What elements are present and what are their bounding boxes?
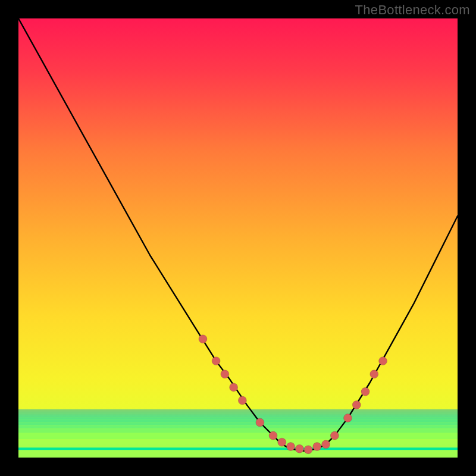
marker-dot — [287, 443, 295, 451]
marker-dot — [361, 387, 369, 396]
svg-rect-26 — [18, 447, 458, 450]
marker-dot — [238, 396, 246, 405]
svg-rect-4 — [18, 433, 458, 439]
marker-dot — [304, 446, 312, 454]
marker-dot — [199, 335, 207, 343]
marker-dot — [269, 431, 277, 440]
svg-rect-12 — [18, 419, 458, 422]
marker-dot — [370, 370, 378, 378]
svg-rect-14 — [18, 417, 458, 419]
svg-rect-2 — [18, 439, 458, 449]
marker-dot — [313, 443, 321, 451]
watermark-text: TheBottleneck.com — [355, 2, 470, 18]
marker-dot — [256, 418, 264, 427]
svg-rect-20 — [18, 412, 458, 414]
marker-dot — [330, 431, 339, 440]
svg-rect-10 — [18, 422, 458, 425]
marker-dot — [221, 370, 229, 378]
svg-rect-22 — [18, 411, 458, 412]
svg-rect-3 — [18, 449, 458, 458]
plot-area — [18, 18, 458, 458]
chart-svg — [18, 18, 458, 458]
svg-rect-8 — [18, 425, 458, 428]
marker-dot — [278, 438, 286, 446]
svg-rect-24 — [18, 409, 458, 411]
marker-dot — [295, 444, 303, 453]
marker-dot — [379, 357, 387, 365]
marker-dot — [352, 400, 361, 409]
marker-dot — [230, 383, 238, 392]
chart-stage: TheBottleneck.com — [0, 0, 476, 476]
marker-dot — [322, 440, 330, 449]
marker-dot — [212, 357, 220, 365]
svg-rect-18 — [18, 414, 458, 415]
svg-rect-6 — [18, 428, 458, 433]
svg-rect-16 — [18, 415, 458, 417]
marker-dot — [344, 414, 352, 422]
